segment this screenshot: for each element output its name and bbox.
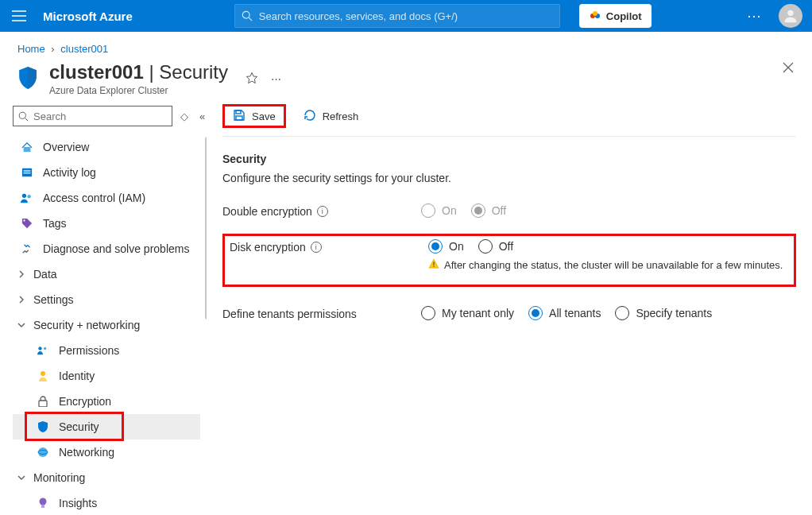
global-search-input[interactable]: [259, 10, 553, 22]
svg-rect-11: [24, 170, 31, 171]
brand-title[interactable]: Microsoft Azure: [38, 10, 137, 23]
save-label: Save: [252, 110, 276, 122]
tenants-label: Define tenants permissions: [222, 308, 357, 320]
double-encryption-off-radio: Off: [471, 203, 506, 218]
page-title-row: cluster001 | Security Azure Data Explore…: [0, 61, 812, 96]
chevron-down-icon: [17, 319, 25, 331]
sidebar-heading-data[interactable]: Data: [13, 261, 200, 287]
toolbar: Save Refresh: [222, 104, 796, 137]
disk-encryption-off-radio[interactable]: Off: [478, 239, 513, 254]
disk-encryption-warning: After changing the status, the cluster w…: [428, 258, 789, 272]
refresh-label: Refresh: [323, 110, 359, 122]
svg-marker-6: [246, 72, 257, 83]
activity-log-icon: [21, 167, 33, 178]
sidebar-item-security[interactable]: Security: [13, 414, 200, 439]
copilot-button[interactable]: Copilot: [579, 4, 652, 28]
shield-icon: [37, 421, 49, 432]
page-subtitle: Azure Data Explorer Cluster: [49, 85, 228, 96]
overview-icon: [21, 141, 33, 153]
breadcrumb-home[interactable]: Home: [17, 43, 45, 55]
svg-rect-12: [24, 172, 31, 173]
disk-encryption-on-radio[interactable]: On: [428, 239, 464, 254]
double-encryption-label: Double encryption: [222, 205, 312, 218]
svg-line-8: [25, 118, 29, 121]
menu-search-input[interactable]: [33, 110, 167, 122]
collapse-sidebar-icon[interactable]: «: [196, 110, 208, 122]
info-icon[interactable]: i: [311, 242, 322, 253]
sidebar-heading-settings[interactable]: Settings: [13, 287, 200, 312]
field-disk-encryption: Disk encryption i On Off After changing …: [222, 234, 796, 287]
chevron-right-icon: ›: [51, 43, 54, 55]
sidebar-item-activity-log[interactable]: Activity log: [13, 160, 200, 185]
sidebar-item-tags[interactable]: Tags: [13, 211, 200, 236]
svg-point-20: [38, 447, 48, 457]
svg-rect-27: [433, 266, 434, 267]
tenants-specify-radio[interactable]: Specify tenants: [615, 306, 712, 320]
content-area: Save Refresh Security Configure the secu…: [207, 96, 812, 515]
sidebar-item-identity[interactable]: Identity: [13, 363, 200, 389]
svg-rect-9: [24, 147, 31, 152]
sidebar-item-diagnose[interactable]: Diagnose and solve problems: [13, 236, 200, 261]
sidebar-heading-security-networking[interactable]: Security + networking: [13, 312, 200, 338]
breadcrumb-cluster[interactable]: cluster001: [60, 43, 108, 55]
networking-icon: [37, 447, 49, 458]
sidebar-item-encryption[interactable]: Encryption: [13, 389, 200, 414]
tenants-all-tenants-radio[interactable]: All tenants: [528, 306, 601, 320]
user-avatar[interactable]: [779, 4, 802, 28]
sidebar-heading-monitoring[interactable]: Monitoring: [13, 465, 200, 490]
save-icon: [233, 109, 246, 124]
sidebar-item-networking[interactable]: Networking: [13, 439, 200, 465]
breadcrumb: Home › cluster001: [0, 32, 812, 61]
section-title: Security: [222, 153, 796, 165]
svg-point-15: [23, 219, 25, 221]
svg-rect-25: [236, 116, 242, 120]
sidebar-item-overview[interactable]: Overview: [13, 134, 200, 160]
svg-point-0: [242, 11, 249, 18]
pin-icon[interactable]: ◇: [177, 110, 191, 122]
sidebar-item-permissions[interactable]: Permissions: [13, 338, 200, 363]
svg-rect-23: [41, 505, 44, 508]
copilot-icon: [589, 10, 601, 22]
global-search[interactable]: [234, 4, 560, 28]
copilot-label: Copilot: [606, 10, 642, 22]
svg-point-18: [41, 371, 45, 376]
field-tenants: Define tenants permissions My tenant onl…: [222, 306, 796, 320]
svg-point-13: [22, 194, 26, 198]
hamburger-icon[interactable]: [10, 6, 29, 25]
lock-icon: [37, 396, 49, 407]
sidebar-item-insights[interactable]: Insights: [13, 490, 200, 515]
close-icon[interactable]: [782, 61, 795, 76]
chevron-right-icon: [17, 268, 25, 281]
menu-search[interactable]: [13, 106, 172, 126]
more-actions-icon[interactable]: ⋯: [747, 7, 763, 25]
page-title: cluster001 | Security: [49, 61, 228, 83]
refresh-icon: [304, 109, 316, 124]
topbar: Microsoft Azure Copilot ⋯: [0, 0, 812, 32]
insights-icon: [37, 498, 49, 509]
svg-point-14: [27, 195, 30, 198]
favorite-icon[interactable]: [246, 72, 258, 87]
section-description: Configure the security settings for your…: [222, 172, 796, 184]
scrollbar[interactable]: [205, 137, 207, 319]
refresh-button[interactable]: Refresh: [296, 104, 367, 128]
double-encryption-on-radio: On: [421, 203, 457, 218]
search-icon: [18, 111, 29, 122]
shield-icon: [17, 65, 38, 93]
more-icon[interactable]: ⋯: [271, 73, 281, 85]
svg-line-1: [249, 17, 252, 21]
svg-point-17: [44, 347, 47, 350]
permissions-icon: [37, 346, 49, 355]
sidebar-item-access-control[interactable]: Access control (IAM): [13, 185, 200, 211]
chevron-down-icon: [17, 471, 25, 484]
search-icon: [242, 10, 253, 21]
chevron-right-icon: [17, 293, 25, 306]
diagnose-icon: [21, 243, 33, 254]
save-button[interactable]: Save: [222, 104, 286, 128]
svg-rect-24: [236, 110, 241, 114]
tenants-my-tenant-radio[interactable]: My tenant only: [421, 306, 514, 320]
svg-point-16: [38, 347, 41, 350]
svg-point-4: [593, 11, 597, 16]
info-icon[interactable]: i: [317, 206, 328, 217]
disk-encryption-label: Disk encryption: [230, 241, 306, 254]
field-double-encryption: Double encryption i On Off: [222, 203, 796, 218]
